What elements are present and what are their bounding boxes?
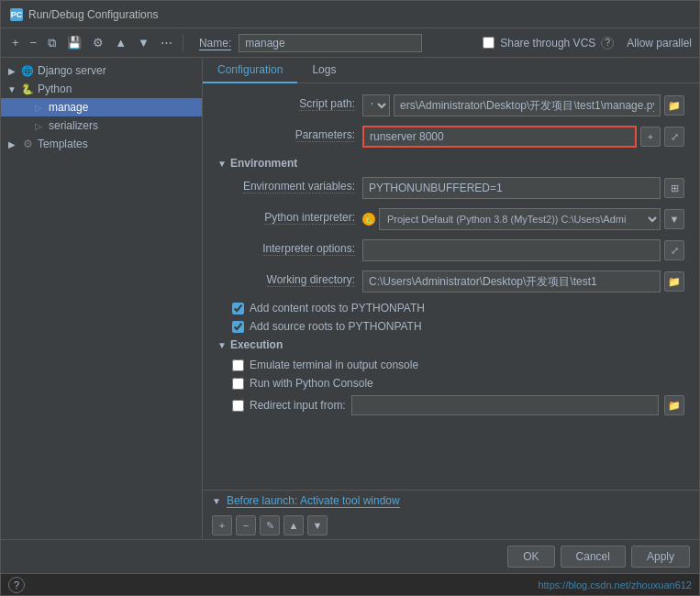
share-row: Share through VCS ? bbox=[483, 37, 614, 50]
add-content-roots-row: Add content roots to PYTHONPATH bbox=[232, 302, 684, 315]
before-launch-add-button[interactable]: + bbox=[212, 515, 232, 535]
env-vars-input[interactable] bbox=[362, 177, 661, 199]
tree-arrow-django: ▶ bbox=[6, 66, 17, 76]
interpreter-options-row: Interpreter options: ⤢ bbox=[217, 239, 684, 261]
python-label: Python bbox=[38, 83, 72, 95]
before-launch-remove-button[interactable]: − bbox=[236, 515, 256, 535]
redirect-input-label: Redirect input from: bbox=[250, 399, 346, 412]
add-content-roots-checkbox[interactable] bbox=[232, 303, 244, 315]
before-launch-label[interactable]: Before launch: Activate tool window bbox=[227, 494, 400, 508]
sidebar-item-python[interactable]: ▼ 🐍 Python bbox=[1, 80, 202, 98]
apply-button[interactable]: Apply bbox=[631, 546, 690, 568]
working-dir-input[interactable] bbox=[362, 270, 661, 292]
toolbar-separator bbox=[183, 35, 183, 51]
share-vcs-checkbox[interactable] bbox=[483, 37, 494, 49]
script-path-value: ▼ 📁 bbox=[362, 94, 684, 116]
tab-logs[interactable]: Logs bbox=[297, 58, 350, 83]
help-button[interactable]: ? bbox=[8, 577, 25, 593]
run-python-console-checkbox[interactable] bbox=[232, 378, 244, 390]
config-panel: Script path: ▼ 📁 bbox=[203, 83, 699, 490]
gear-button[interactable]: ⚙ bbox=[89, 35, 107, 50]
interpreter-options-input[interactable] bbox=[362, 239, 661, 261]
env-vars-browse-button[interactable]: ⊞ bbox=[664, 178, 684, 198]
django-server-label: Django server bbox=[38, 64, 106, 77]
down-button[interactable]: ▼ bbox=[134, 35, 153, 50]
environment-section-header[interactable]: ▼ Environment bbox=[217, 157, 684, 170]
working-dir-browse-button[interactable]: 📁 bbox=[664, 271, 684, 292]
script-path-row: Script path: ▼ 📁 bbox=[217, 94, 684, 116]
script-path-input[interactable] bbox=[394, 94, 661, 116]
environment-section-title: Environment bbox=[230, 157, 297, 170]
before-launch-tools: + − ✎ ▲ ▼ bbox=[212, 515, 690, 535]
add-config-button[interactable]: + bbox=[8, 35, 23, 50]
tree-arrow-templates: ▶ bbox=[6, 139, 17, 149]
env-section-arrow: ▼ bbox=[217, 159, 227, 169]
before-launch-section: ▼ Before launch: Activate tool window bbox=[212, 494, 690, 508]
emulate-terminal-row: Emulate terminal in output console bbox=[232, 359, 684, 371]
parameters-row: Parameters: + ⤢ bbox=[217, 126, 684, 148]
redirect-input-browse-button[interactable]: 📁 bbox=[664, 395, 684, 415]
cancel-button[interactable]: Cancel bbox=[561, 546, 626, 568]
sidebar-item-django-server[interactable]: ▶ 🌐 Django server bbox=[1, 61, 202, 80]
python-interpreter-label: Python interpreter: bbox=[217, 208, 355, 224]
copy-config-button[interactable]: ⧉ bbox=[44, 35, 60, 50]
interpreter-settings-button[interactable]: ▼ bbox=[664, 209, 684, 229]
templates-label: Templates bbox=[38, 138, 88, 150]
dialog-title: Run/Debug Configurations bbox=[28, 8, 158, 21]
script-path-browse-button[interactable]: 📁 bbox=[664, 95, 684, 116]
tab-configuration[interactable]: Configuration bbox=[203, 58, 297, 83]
python-icon: 🐍 bbox=[21, 83, 34, 95]
manage-label: manage bbox=[49, 101, 88, 114]
script-path-label: Script path: bbox=[217, 94, 355, 110]
python-interpreter-value: 🐍 Project Default (Python 3.8 (MyTest2))… bbox=[362, 208, 684, 230]
tabs: Configuration Logs bbox=[203, 58, 699, 83]
sidebar-item-templates[interactable]: ▶ ⚙ Templates bbox=[1, 135, 202, 153]
interpreter-icon: 🐍 bbox=[362, 213, 375, 226]
add-content-roots-label: Add content roots to PYTHONPATH bbox=[250, 302, 425, 315]
parameters-input[interactable] bbox=[362, 126, 637, 148]
before-launch-down-button[interactable]: ▼ bbox=[307, 515, 328, 535]
parameters-label: Parameters: bbox=[217, 126, 355, 141]
sidebar-item-serializers[interactable]: ▷ serializers bbox=[1, 116, 202, 135]
toolbar: + − ⧉ 💾 ⚙ ▲ ▼ ⋯ Name: Share through VCS … bbox=[1, 28, 699, 58]
serializers-icon: ▷ bbox=[32, 119, 45, 132]
script-type-select[interactable]: ▼ bbox=[362, 94, 390, 116]
parameters-expand-button[interactable]: ⤢ bbox=[664, 127, 684, 147]
redirect-input-row: Redirect input from: 📁 bbox=[232, 395, 684, 415]
right-panel: Configuration Logs Script path: ▼ bbox=[203, 58, 699, 539]
before-launch-arrow: ▼ bbox=[212, 496, 221, 506]
django-icon: 🌐 bbox=[21, 64, 34, 77]
add-source-roots-row: Add source roots to PYTHONPATH bbox=[232, 320, 684, 333]
execution-section-header[interactable]: ▼ Execution bbox=[217, 338, 684, 351]
interpreter-options-expand-button[interactable]: ⤢ bbox=[664, 240, 684, 260]
env-vars-label: Environment variables: bbox=[217, 177, 355, 193]
more-button[interactable]: ⋯ bbox=[157, 35, 176, 50]
env-vars-row: Environment variables: ⊞ bbox=[217, 177, 684, 199]
before-launch-up-button[interactable]: ▲ bbox=[283, 515, 304, 535]
env-vars-value: ⊞ bbox=[362, 177, 684, 199]
name-input[interactable] bbox=[239, 34, 422, 52]
run-python-console-row: Run with Python Console bbox=[232, 377, 684, 390]
title-bar: PC Run/Debug Configurations bbox=[1, 1, 699, 28]
footer-bar: ? https://blog.csdn.net/zhouxuan612 bbox=[1, 573, 699, 595]
redirect-input-checkbox[interactable] bbox=[232, 400, 244, 412]
parameters-add-button[interactable]: + bbox=[640, 127, 661, 147]
execution-section-title: Execution bbox=[230, 338, 283, 351]
save-config-button[interactable]: 💾 bbox=[63, 35, 85, 50]
add-source-roots-checkbox[interactable] bbox=[232, 321, 244, 333]
parameters-value: + ⤢ bbox=[362, 126, 684, 148]
remove-config-button[interactable]: − bbox=[27, 35, 41, 50]
share-vcs-label: Share through VCS bbox=[500, 37, 595, 50]
emulate-terminal-checkbox[interactable] bbox=[232, 359, 244, 371]
ok-button[interactable]: OK bbox=[507, 546, 554, 568]
name-row: Name: bbox=[190, 34, 470, 52]
interpreter-options-value: ⤢ bbox=[362, 239, 684, 261]
sidebar-item-manage[interactable]: ▷ manage bbox=[1, 98, 202, 116]
up-button[interactable]: ▲ bbox=[111, 35, 130, 50]
redirect-input-field[interactable] bbox=[351, 395, 659, 415]
python-interpreter-row: Python interpreter: 🐍 Project Default (P… bbox=[217, 208, 684, 230]
run-debug-dialog: PC Run/Debug Configurations + − ⧉ 💾 ⚙ ▲ … bbox=[0, 0, 700, 596]
before-launch-edit-button[interactable]: ✎ bbox=[260, 515, 280, 535]
serializers-label: serializers bbox=[49, 119, 98, 132]
python-interpreter-select[interactable]: Project Default (Python 3.8 (MyTest2)) C… bbox=[379, 208, 661, 230]
